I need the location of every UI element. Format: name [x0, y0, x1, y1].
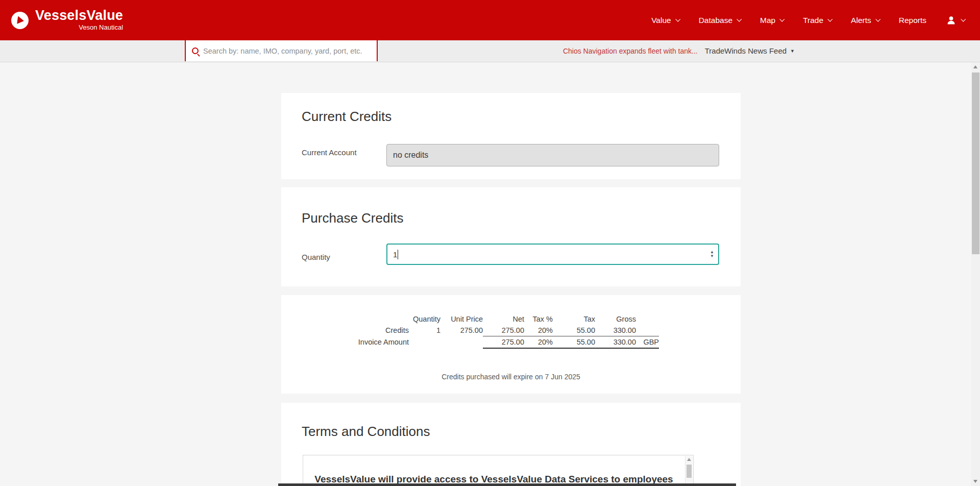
scroll-down-icon[interactable]: [973, 480, 977, 483]
col-header-tax: Tax: [553, 313, 595, 325]
chevron-down-icon: [737, 16, 742, 21]
search-input[interactable]: [203, 47, 377, 55]
terms-scrollbar[interactable]: [685, 456, 693, 486]
cell-currency: GBP: [636, 336, 659, 349]
cell-label: Credits: [335, 325, 409, 336]
nav-label: Database: [699, 16, 732, 25]
terms-title: Terms and Conditions: [302, 424, 430, 439]
page-scrollbar-thumb[interactable]: [972, 72, 979, 254]
current-credits-title: Current Credits: [302, 109, 391, 124]
scroll-up-icon[interactable]: [973, 65, 977, 68]
cell-tax: 55.00: [553, 325, 595, 336]
chevron-down-icon: [827, 16, 832, 21]
news-ticker: Chios Navigation expands fleet with tank…: [563, 40, 795, 61]
brand-logo[interactable]: VesselsValue Veson Nautical: [11, 9, 123, 32]
quantity-value: 1: [393, 250, 397, 259]
cell-gross: 330.00: [595, 336, 636, 349]
nav-label: Alerts: [851, 16, 871, 25]
cell-label: Invoice Amount: [335, 336, 409, 349]
nav-label: Map: [760, 16, 775, 25]
terms-scroll-area[interactable]: VesselsValue will provide access to Vess…: [303, 455, 694, 486]
user-icon: [946, 15, 957, 26]
col-header-currency: [636, 313, 659, 325]
global-search-box: [185, 40, 378, 61]
terms-scrollbar-thumb[interactable]: [687, 465, 692, 478]
cell-tax: 55.00: [553, 336, 595, 349]
current-credits-card: Current Credits Current Account no credi…: [281, 93, 741, 179]
dropdown-arrow-icon: ▼: [790, 48, 795, 54]
chevron-down-icon: [675, 16, 680, 21]
chevron-down-icon: [961, 16, 966, 21]
top-header: VesselsValue Veson Nautical Value Databa…: [0, 0, 980, 40]
col-header-net: Net: [483, 313, 524, 325]
nav-label: Trade: [803, 16, 823, 25]
col-header-tax-pct: Tax %: [524, 313, 553, 325]
search-icon: [192, 47, 199, 54]
invoice-table: Quantity Unit Price Net Tax % Tax Gross …: [335, 313, 659, 349]
current-account-value: no credits: [393, 151, 428, 160]
terms-card: Terms and Conditions VesselsValue will p…: [281, 403, 741, 486]
cell-quantity: [409, 336, 440, 349]
nav-item-alerts[interactable]: Alerts: [851, 16, 879, 25]
invoice-header-row: Quantity Unit Price Net Tax % Tax Gross: [335, 313, 659, 325]
nav-item-value[interactable]: Value: [651, 16, 679, 25]
cell-tax-pct: 20%: [524, 325, 553, 336]
purchase-credits-title: Purchase Credits: [302, 211, 403, 226]
quantity-input[interactable]: 1 ▲ ▼: [386, 244, 719, 265]
stepper-down-icon[interactable]: ▼: [710, 254, 714, 258]
nav-item-database[interactable]: Database: [699, 16, 741, 25]
news-headline-link[interactable]: Chios Navigation expands fleet with tank…: [563, 47, 698, 55]
col-header: [335, 313, 409, 325]
chevron-down-icon: [875, 16, 880, 21]
cutoff-dark-band: [278, 483, 736, 486]
cell-net: 275.00: [483, 325, 524, 336]
cell-gross: 330.00: [595, 325, 636, 336]
brand-tagline: Veson Nautical: [79, 23, 123, 32]
user-account-menu[interactable]: [946, 15, 965, 26]
news-feed-dropdown[interactable]: TradeWinds News Feed ▼: [705, 46, 795, 55]
invoice-row-total: Invoice Amount 275.00 20% 55.00 330.00 G…: [335, 336, 659, 349]
cell-tax-pct: 20%: [524, 336, 553, 349]
cell-net: 275.00: [483, 336, 524, 349]
scroll-up-icon[interactable]: [687, 458, 691, 461]
quantity-label: Quantity: [302, 253, 330, 261]
invoice-row-credits: Credits 1 275.00 275.00 20% 55.00 330.00: [335, 325, 659, 336]
col-header-unit-price: Unit Price: [440, 313, 483, 325]
play-triangle-icon: [17, 16, 24, 25]
current-account-label: Current Account: [302, 148, 357, 157]
logo-text: VesselsValue Veson Nautical: [35, 9, 123, 32]
news-feed-label: TradeWinds News Feed: [705, 46, 787, 55]
expiry-note: Credits purchased will expire on 7 Jun 2…: [281, 373, 741, 381]
current-account-field: no credits: [386, 144, 719, 166]
col-header-quantity: Quantity: [409, 313, 440, 325]
purchase-credits-card: Purchase Credits Quantity 1 ▲ ▼: [281, 187, 741, 286]
page-scrollbar[interactable]: [971, 62, 980, 486]
brand-name: VesselsValue: [35, 9, 123, 22]
chevron-down-icon: [779, 16, 785, 21]
page: VesselsValue Veson Nautical Value Databa…: [0, 0, 980, 486]
nav-label: Value: [651, 16, 671, 25]
invoice-summary-card: Quantity Unit Price Net Tax % Tax Gross …: [281, 295, 741, 394]
main-nav: Value Database Map Trade Alerts Reports: [651, 15, 965, 26]
nav-item-trade[interactable]: Trade: [803, 16, 831, 25]
cell-unit-price: [440, 336, 483, 349]
cell-unit-price: 275.00: [440, 325, 483, 336]
cell-currency: [636, 325, 659, 336]
cell-quantity: 1: [409, 325, 440, 336]
nav-item-reports[interactable]: Reports: [899, 16, 926, 25]
col-header-gross: Gross: [595, 313, 636, 325]
nav-label: Reports: [899, 16, 926, 25]
logo-icon: [11, 12, 29, 29]
text-caret: [398, 250, 398, 259]
toolbar: Chios Navigation expands fleet with tank…: [0, 40, 980, 62]
nav-item-map[interactable]: Map: [760, 16, 783, 25]
quantity-stepper[interactable]: ▲ ▼: [710, 250, 714, 258]
